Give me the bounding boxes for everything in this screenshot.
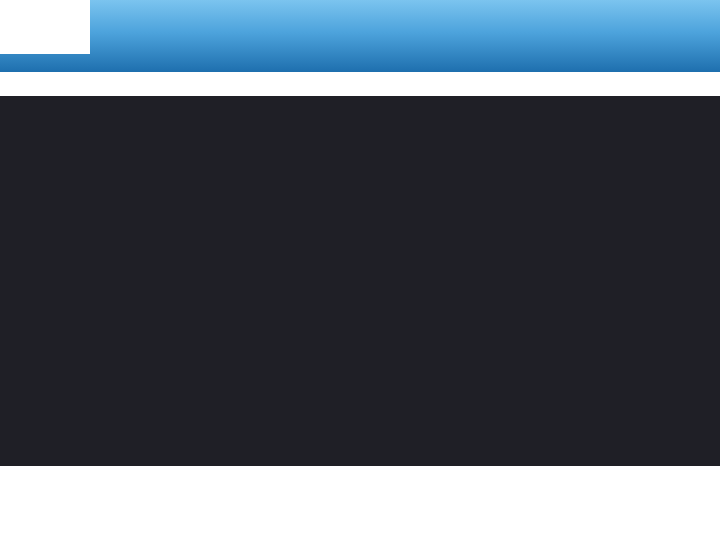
slide bbox=[0, 0, 720, 540]
logo-placeholder bbox=[0, 0, 90, 54]
chart-container bbox=[0, 96, 720, 466]
ranking-chart bbox=[0, 96, 720, 466]
slide-header bbox=[0, 0, 720, 72]
